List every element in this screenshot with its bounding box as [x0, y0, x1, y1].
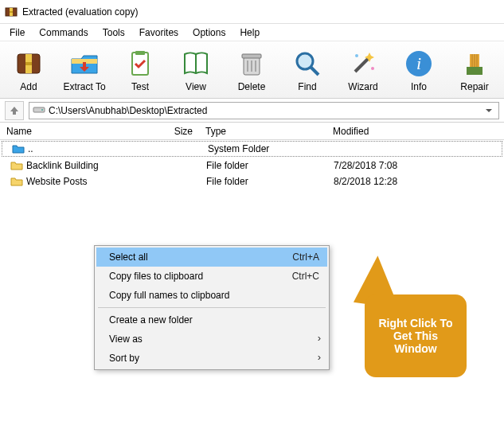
- ctx-label: Select all: [109, 252, 292, 263]
- svg-rect-2: [10, 11, 13, 13]
- menu-commands[interactable]: Commands: [33, 25, 94, 40]
- ctx-copy-full-names[interactable]: Copy full names to clipboard: [96, 286, 327, 305]
- brush-icon: [459, 48, 490, 80]
- repair-button[interactable]: Repair: [452, 45, 497, 95]
- svg-rect-11: [242, 54, 261, 58]
- svg-rect-22: [467, 67, 483, 75]
- find-label: Find: [298, 81, 316, 92]
- test-label: Test: [131, 81, 149, 92]
- window-title: Extracted (evaluation copy): [22, 6, 138, 18]
- path-field[interactable]: C:\Users\Anubhab\Desktop\Extracted: [29, 102, 499, 119]
- extract-to-button[interactable]: Extract To: [62, 45, 107, 95]
- svg-line-16: [311, 67, 318, 75]
- row-name: Website Posts: [26, 176, 87, 187]
- parent-folder-icon: [12, 142, 25, 155]
- archive-icon: [13, 48, 45, 80]
- path-text: C:\Users\Anubhab\Desktop\Extracted: [49, 105, 479, 116]
- magnifier-icon: [291, 48, 323, 80]
- column-header: Name Size Type Modified: [0, 123, 504, 140]
- parent-folder-row[interactable]: .. System Folder: [2, 141, 502, 157]
- drive-icon: [33, 103, 45, 118]
- menu-tools[interactable]: Tools: [96, 25, 131, 40]
- clipboard-check-icon: [124, 48, 156, 80]
- app-icon: [5, 6, 18, 18]
- wizard-button[interactable]: Wizard: [341, 45, 385, 95]
- view-button[interactable]: View: [174, 45, 218, 95]
- up-button[interactable]: [5, 101, 24, 120]
- find-button[interactable]: Find: [285, 45, 330, 95]
- svg-text:i: i: [416, 53, 421, 73]
- extract-to-label: Extract To: [63, 81, 105, 92]
- menu-file[interactable]: File: [3, 25, 31, 40]
- repair-label: Repair: [460, 81, 488, 92]
- path-dropdown-icon[interactable]: [483, 104, 495, 117]
- title-bar: Extracted (evaluation copy): [0, 0, 504, 24]
- table-row[interactable]: Website Posts File folder 8/2/2018 12:28: [0, 174, 504, 189]
- ctx-label: Copy files to clipboard: [109, 271, 292, 282]
- ctx-sort-by[interactable]: Sort by: [96, 349, 327, 368]
- info-icon: i: [403, 48, 435, 80]
- info-button[interactable]: i Info: [397, 45, 441, 95]
- folder-icon: [10, 175, 23, 188]
- ctx-view-as[interactable]: View as: [96, 330, 327, 349]
- ctx-separator: [98, 307, 326, 308]
- ctx-label: Copy full names to clipboard: [109, 290, 319, 301]
- callout-text: Right Click To Get This Window: [371, 317, 460, 355]
- add-button[interactable]: Add: [6, 45, 51, 95]
- ctx-label: View as: [109, 333, 319, 345]
- row-type: File folder: [200, 176, 327, 187]
- ctx-label: Sort by: [109, 353, 319, 364]
- row-type: File folder: [200, 160, 327, 171]
- view-label: View: [186, 81, 206, 92]
- folder-icon: [10, 159, 23, 172]
- svg-line-17: [355, 57, 369, 72]
- file-list: .. System Folder Backlink Building File …: [0, 141, 504, 189]
- row-name: ..: [28, 143, 33, 154]
- toolbar: Add Extract To Test View Delete Find W: [0, 41, 504, 99]
- col-name[interactable]: Name: [0, 126, 143, 137]
- row-modified: 7/28/2018 7:08: [327, 160, 503, 171]
- row-type: System Folder: [201, 143, 329, 154]
- svg-rect-5: [25, 62, 32, 65]
- col-type[interactable]: Type: [199, 126, 326, 137]
- svg-point-19: [371, 67, 374, 70]
- row-modified: 8/2/2018 12:28: [327, 176, 503, 187]
- info-label: Info: [411, 81, 427, 92]
- svg-point-18: [355, 54, 358, 57]
- context-menu: Select all Ctrl+A Copy files to clipboar…: [94, 245, 330, 370]
- add-label: Add: [20, 81, 37, 92]
- table-row[interactable]: Backlink Building File folder 7/28/2018 …: [0, 158, 504, 174]
- ctx-shortcut: Ctrl+C: [292, 271, 319, 282]
- svg-point-28: [41, 109, 43, 111]
- ctx-create-folder[interactable]: Create a new folder: [96, 310, 327, 330]
- callout-bubble: Right Click To Get This Window: [365, 294, 467, 377]
- ctx-copy-files[interactable]: Copy files to clipboard Ctrl+C: [96, 267, 327, 286]
- menu-options[interactable]: Options: [186, 25, 232, 40]
- menu-help[interactable]: Help: [233, 25, 266, 40]
- menu-bar: File Commands Tools Favorites Options He…: [0, 24, 504, 41]
- col-modified[interactable]: Modified: [326, 126, 504, 137]
- menu-favorites[interactable]: Favorites: [133, 25, 185, 40]
- col-size[interactable]: Size: [143, 126, 199, 137]
- svg-rect-8: [135, 51, 145, 55]
- book-icon: [180, 48, 212, 80]
- delete-label: Delete: [238, 81, 266, 92]
- wizard-label: Wizard: [348, 81, 377, 92]
- test-button[interactable]: Test: [118, 45, 162, 95]
- path-bar: C:\Users\Anubhab\Desktop\Extracted: [0, 99, 504, 123]
- ctx-shortcut: Ctrl+A: [292, 252, 319, 263]
- trash-icon: [236, 48, 268, 80]
- folder-arrow-icon: [68, 48, 100, 80]
- wand-icon: [347, 48, 379, 80]
- ctx-select-all[interactable]: Select all Ctrl+A: [96, 248, 327, 267]
- delete-button[interactable]: Delete: [229, 45, 274, 95]
- ctx-label: Create a new folder: [109, 314, 319, 326]
- row-name: Backlink Building: [26, 160, 99, 171]
